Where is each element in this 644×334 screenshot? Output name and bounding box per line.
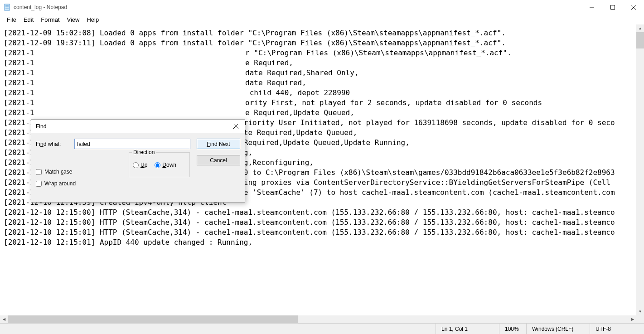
hscroll-thumb[interactable] <box>8 315 298 323</box>
titlebar: content_log - Notepad <box>0 0 644 15</box>
scroll-down-button[interactable]: ▼ <box>636 308 644 315</box>
minimize-button[interactable] <box>581 0 602 15</box>
direction-up-radio[interactable]: Up <box>133 162 147 168</box>
wrap-around-checkbox[interactable]: Wrap around <box>36 180 76 187</box>
find-next-button[interactable]: Find Next <box>197 139 240 149</box>
direction-group: Direction Up Down <box>129 152 190 177</box>
scroll-corner <box>636 315 644 323</box>
find-what-label: Find what: <box>36 141 74 147</box>
horizontal-scrollbar[interactable]: ◀ ▶ <box>0 315 636 323</box>
svg-rect-5 <box>611 5 615 10</box>
find-what-input[interactable] <box>74 139 190 149</box>
menubar: File Edit Format View Help <box>0 15 644 24</box>
direction-label: Direction <box>132 149 156 155</box>
menu-help[interactable]: Help <box>83 15 102 24</box>
svg-rect-0 <box>5 4 10 10</box>
find-dialog: Find Find what: Find Next Cancel Directi… <box>31 119 245 203</box>
direction-down-radio[interactable]: Down <box>155 162 176 168</box>
cancel-button[interactable]: Cancel <box>197 155 240 165</box>
scroll-right-button[interactable]: ▶ <box>629 315 636 323</box>
menu-file[interactable]: File <box>3 15 20 24</box>
notepad-icon <box>4 4 11 11</box>
dialog-title: Find <box>36 123 227 130</box>
menu-format[interactable]: Format <box>37 15 63 24</box>
vscroll-thumb[interactable] <box>636 32 644 48</box>
dialog-titlebar[interactable]: Find <box>31 120 245 133</box>
match-case-checkbox[interactable]: Match case <box>36 169 76 175</box>
dialog-close-button[interactable] <box>227 120 245 133</box>
status-eol: Windows (CRLF) <box>526 324 590 334</box>
vertical-scrollbar[interactable]: ▲ ▼ <box>636 24 644 315</box>
statusbar: Ln 1, Col 1 100% Windows (CRLF) UTF-8 <box>0 323 644 334</box>
maximize-button[interactable] <box>602 0 623 15</box>
status-position: Ln 1, Col 1 <box>436 324 499 334</box>
menu-view[interactable]: View <box>63 15 83 24</box>
status-encoding: UTF-8 <box>590 324 644 334</box>
content-area: [2021-12-09 15:02:08] Loaded 0 apps from… <box>0 24 644 323</box>
scroll-left-button[interactable]: ◀ <box>0 315 8 323</box>
scroll-up-button[interactable]: ▲ <box>636 24 644 32</box>
window-title: content_log - Notepad <box>14 4 581 10</box>
menu-edit[interactable]: Edit <box>20 15 37 24</box>
status-zoom: 100% <box>499 324 526 334</box>
close-button[interactable] <box>623 0 644 15</box>
